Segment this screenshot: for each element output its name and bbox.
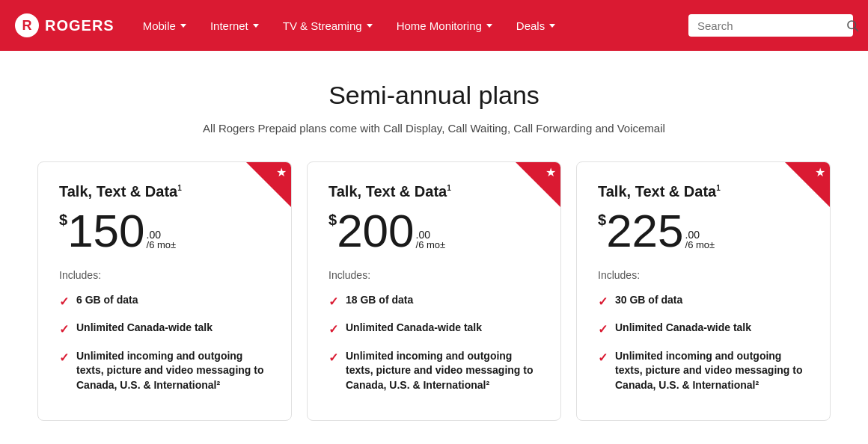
feature-item: ✓ Unlimited Canada-wide talk [598, 321, 809, 338]
star-icon: ★ [545, 167, 556, 179]
header: R ROGERS MobileInternetTV & StreamingHom… [0, 0, 868, 51]
price-cents: .00 [416, 229, 446, 240]
price-cents: .00 [147, 229, 177, 240]
check-icon: ✓ [59, 294, 69, 310]
star-icon: ★ [815, 167, 825, 179]
feature-item: ✓ 6 GB of data [59, 293, 270, 310]
feature-text: Unlimited incoming and outgoing texts, p… [615, 349, 809, 393]
feature-text: Unlimited Canada-wide talk [346, 321, 482, 336]
plan-card-225: ★ Talk, Text & Data1 $ 225 .00 /6 mo± In… [576, 161, 831, 421]
search-icon [846, 19, 859, 32]
nav-item-deals[interactable]: Deals [506, 13, 566, 38]
includes-label: Includes: [59, 269, 270, 281]
nav-item-home-monitoring[interactable]: Home Monitoring [386, 13, 503, 38]
chevron-down-icon [549, 24, 555, 28]
search-input[interactable] [697, 19, 840, 32]
price-amount: 150 [67, 208, 144, 254]
page-title: Semi-annual plans [15, 81, 853, 110]
check-icon: ✓ [598, 321, 608, 338]
price-dollar-sign: $ [328, 212, 337, 227]
check-icon: ✓ [328, 294, 338, 310]
plan-superscript: 1 [447, 184, 451, 192]
feature-item: ✓ Unlimited Canada-wide talk [59, 321, 270, 338]
feature-text: 30 GB of data [615, 293, 682, 308]
includes-label: Includes: [328, 269, 540, 281]
check-icon: ✓ [598, 350, 608, 366]
feature-item: ✓ Unlimited incoming and outgoing texts,… [598, 349, 809, 393]
nav-label: TV & Streaming [283, 19, 362, 32]
check-icon: ✓ [59, 321, 69, 338]
price-dollar-sign: $ [59, 212, 67, 227]
chevron-down-icon [253, 24, 259, 28]
price-cents-period: .00 /6 mo± [416, 229, 446, 254]
price-amount: 200 [337, 208, 414, 254]
plan-name: Talk, Text & Data1 [59, 183, 270, 200]
price-period: /6 mo± [416, 240, 446, 250]
nav-item-internet[interactable]: Internet [200, 13, 269, 38]
check-icon: ✓ [598, 294, 608, 310]
nav-label: Internet [210, 19, 248, 32]
logo-text: ROGERS [45, 17, 114, 34]
includes-label: Includes: [598, 269, 809, 281]
check-icon: ✓ [328, 350, 338, 366]
nav-item-mobile[interactable]: Mobile [132, 13, 197, 38]
nav-item-tv--streaming[interactable]: TV & Streaming [272, 13, 383, 38]
feature-item: ✓ Unlimited incoming and outgoing texts,… [59, 349, 270, 393]
feature-item: ✓ 30 GB of data [598, 293, 809, 310]
star-icon: ★ [276, 167, 287, 179]
price-row: $ 225 .00 /6 mo± [598, 208, 809, 254]
nav-label: Mobile [143, 19, 176, 32]
price-cents-period: .00 /6 mo± [685, 229, 715, 254]
price-period: /6 mo± [685, 240, 715, 250]
plans-container: ★ Talk, Text & Data1 $ 150 .00 /6 mo± In… [15, 161, 853, 421]
nav-label: Deals [516, 19, 545, 32]
feature-text: 18 GB of data [346, 293, 413, 308]
plan-name: Talk, Text & Data1 [328, 183, 540, 200]
nav-label: Home Monitoring [397, 19, 482, 32]
plan-superscript: 1 [716, 184, 721, 192]
feature-list: ✓ 18 GB of data ✓ Unlimited Canada-wide … [328, 293, 540, 393]
price-row: $ 200 .00 /6 mo± [328, 208, 540, 254]
plan-card-150: ★ Talk, Text & Data1 $ 150 .00 /6 mo± In… [37, 161, 292, 421]
page-subtitle: All Rogers Prepaid plans come with Call … [15, 122, 853, 135]
chevron-down-icon [180, 24, 186, 28]
feature-list: ✓ 30 GB of data ✓ Unlimited Canada-wide … [598, 293, 809, 393]
feature-text: Unlimited incoming and outgoing texts, p… [346, 349, 540, 393]
price-row: $ 150 .00 /6 mo± [59, 208, 270, 254]
chevron-down-icon [486, 24, 492, 28]
check-icon: ✓ [59, 350, 69, 366]
main-content: Semi-annual plans All Rogers Prepaid pla… [0, 51, 868, 444]
chevron-down-icon [367, 24, 373, 28]
price-period: /6 mo± [147, 240, 177, 250]
logo-icon: R [15, 13, 39, 37]
svg-line-1 [855, 28, 858, 31]
price-cents-period: .00 /6 mo± [147, 229, 177, 254]
feature-item: ✓ Unlimited Canada-wide talk [328, 321, 540, 338]
check-icon: ✓ [328, 321, 338, 338]
search-box[interactable] [688, 14, 853, 37]
plan-superscript: 1 [177, 184, 182, 192]
feature-item: ✓ Unlimited incoming and outgoing texts,… [328, 349, 540, 393]
plan-name: Talk, Text & Data1 [598, 183, 809, 200]
price-dollar-sign: $ [598, 212, 606, 227]
price-cents: .00 [685, 229, 715, 240]
logo[interactable]: R ROGERS [15, 13, 114, 37]
plan-card-200: ★ Talk, Text & Data1 $ 200 .00 /6 mo± In… [307, 161, 561, 421]
feature-text: Unlimited Canada-wide talk [76, 321, 213, 336]
price-amount: 225 [606, 208, 683, 254]
feature-text: Unlimited incoming and outgoing texts, p… [76, 349, 270, 393]
feature-list: ✓ 6 GB of data ✓ Unlimited Canada-wide t… [59, 293, 270, 393]
feature-text: 6 GB of data [76, 293, 138, 308]
feature-text: Unlimited Canada-wide talk [615, 321, 751, 336]
main-nav: MobileInternetTV & StreamingHome Monitor… [132, 13, 688, 38]
feature-item: ✓ 18 GB of data [328, 293, 540, 310]
